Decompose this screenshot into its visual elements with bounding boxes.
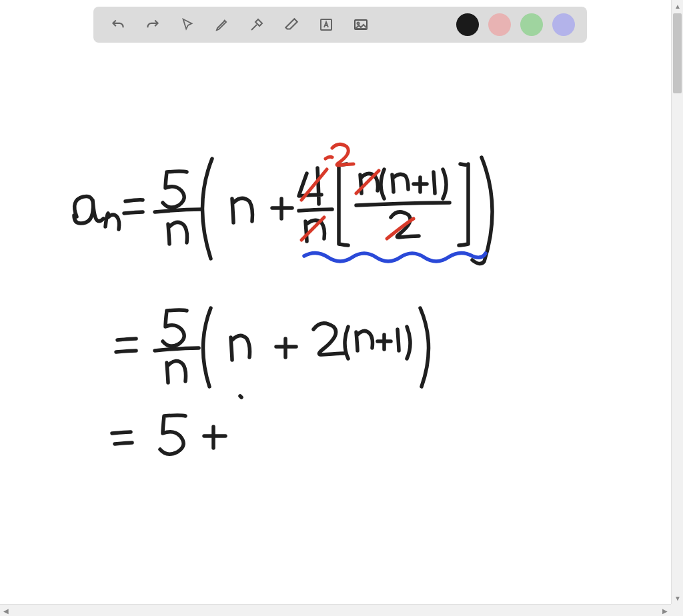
redo-button[interactable] bbox=[140, 12, 165, 37]
scroll-left-arrow[interactable]: ◀ bbox=[0, 605, 12, 616]
pencil-button[interactable] bbox=[209, 12, 235, 37]
color-blue[interactable] bbox=[552, 13, 575, 36]
color-red[interactable] bbox=[488, 13, 511, 36]
vscroll-track[interactable] bbox=[672, 12, 683, 592]
whiteboard-app: ▲ ▼ ◀ ▶ bbox=[0, 0, 683, 616]
pencil-icon bbox=[214, 17, 230, 33]
handwriting-svg bbox=[0, 0, 671, 604]
tools-icon bbox=[249, 17, 265, 33]
vscroll-thumb[interactable] bbox=[673, 13, 682, 93]
vertical-scrollbar[interactable]: ▲ ▼ bbox=[671, 0, 683, 604]
eraser-button[interactable] bbox=[279, 12, 304, 37]
undo-icon bbox=[109, 16, 127, 33]
scroll-right-arrow[interactable]: ▶ bbox=[659, 605, 671, 616]
horizontal-scrollbar[interactable]: ◀ ▶ bbox=[0, 604, 671, 616]
text-box-icon bbox=[318, 17, 334, 33]
pointer-icon bbox=[180, 17, 195, 32]
scroll-down-arrow[interactable]: ▼ bbox=[672, 592, 683, 604]
scroll-up-arrow[interactable]: ▲ bbox=[672, 0, 683, 12]
canvas-viewport: ▲ ▼ ◀ ▶ bbox=[0, 0, 683, 616]
drawing-toolbar bbox=[93, 7, 587, 43]
pointer-button[interactable] bbox=[175, 12, 200, 37]
drawing-canvas[interactable] bbox=[0, 0, 683, 616]
eraser-icon bbox=[283, 16, 300, 33]
undo-button[interactable] bbox=[105, 12, 131, 37]
scrollbar-corner bbox=[671, 604, 683, 616]
svg-point-2 bbox=[358, 23, 360, 25]
image-icon bbox=[353, 17, 369, 33]
tools-button[interactable] bbox=[244, 12, 269, 37]
text-button[interactable] bbox=[313, 12, 339, 37]
color-black[interactable] bbox=[456, 13, 479, 36]
image-button[interactable] bbox=[348, 12, 374, 37]
color-green[interactable] bbox=[520, 13, 543, 36]
redo-icon bbox=[144, 16, 161, 33]
